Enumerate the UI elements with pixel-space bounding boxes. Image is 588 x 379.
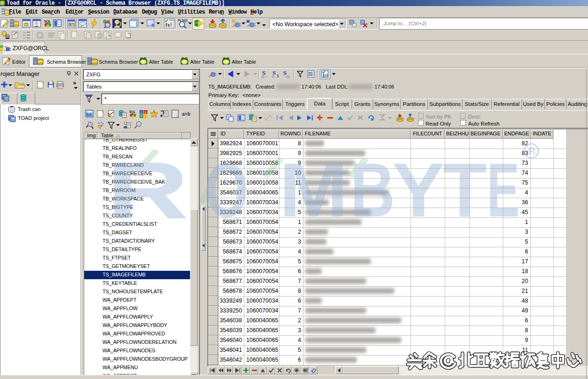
svg-text:SQL: SQL: [44, 20, 51, 23]
svg-text:1: 1: [277, 74, 279, 78]
svg-text:S: S: [283, 69, 287, 76]
svg-text:SQL: SQL: [129, 110, 135, 114]
svg-text:S: S: [272, 69, 276, 76]
svg-text:S: S: [262, 69, 265, 76]
